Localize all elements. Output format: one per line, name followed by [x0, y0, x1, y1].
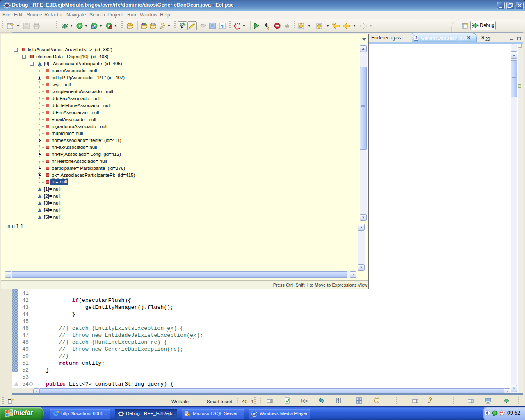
svg-text:(x)=: (x)= — [301, 399, 308, 403]
svg-text:¶: ¶ — [221, 23, 224, 28]
